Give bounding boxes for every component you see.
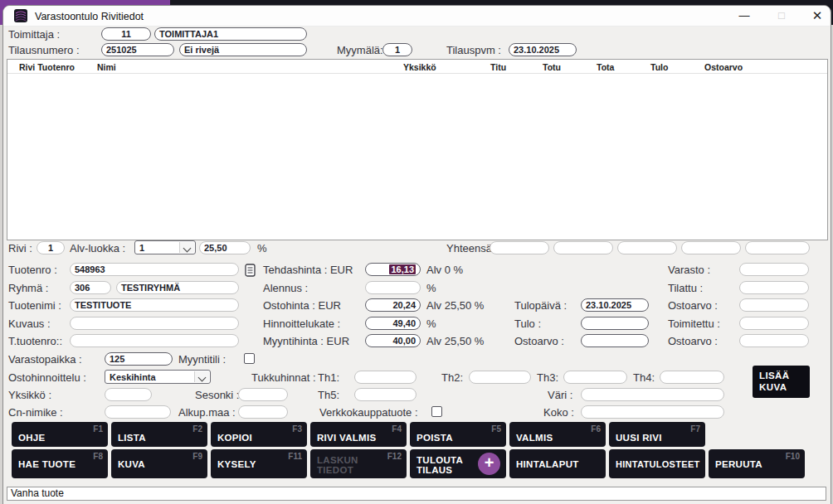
alv-luokka-label: Alv-luokka : bbox=[70, 241, 125, 255]
tilattu-label: Tilattu : bbox=[668, 281, 703, 295]
tulopaiva-field[interactable]: 23.10.2025 bbox=[581, 298, 649, 312]
th2-field[interactable] bbox=[469, 371, 531, 384]
varasto-field[interactable] bbox=[739, 263, 809, 276]
yhteensa-titu-field[interactable] bbox=[490, 241, 549, 254]
th1-label: Th1: bbox=[318, 371, 339, 385]
tilattu-field[interactable] bbox=[739, 281, 809, 294]
varastopaikka-field[interactable]: 125 bbox=[105, 352, 173, 366]
alv-luokka-select[interactable]: 1 bbox=[134, 240, 196, 254]
yksikko-field[interactable] bbox=[105, 388, 152, 401]
myyntihinta-field[interactable]: 40,00 bbox=[365, 334, 421, 347]
chevron-down-icon[interactable] bbox=[179, 242, 194, 253]
kuvaus-label: Kuvaus : bbox=[8, 317, 51, 331]
kuvaus-field[interactable] bbox=[70, 317, 239, 330]
rivi-valmis-button[interactable]: RIVI VALMISF4 bbox=[310, 422, 407, 447]
kopioi-button[interactable]: KOPIOIF3 bbox=[211, 422, 307, 447]
hinnoittelukate-field[interactable]: 49,40 bbox=[365, 317, 421, 330]
table-header-row: Rivi Tuotenro Nimi Yksikkö Titu Totu Tot… bbox=[7, 60, 827, 74]
poista-button[interactable]: POISTAF5 bbox=[410, 422, 506, 447]
yhteensa-tota-field[interactable] bbox=[617, 241, 677, 254]
sesonki-field[interactable] bbox=[238, 388, 288, 401]
hae-tuote-button[interactable]: HAE TUOTEF8 bbox=[12, 449, 108, 478]
tulopaiva-label: Tulopäivä : bbox=[514, 298, 567, 313]
minimize-icon[interactable]: — bbox=[730, 6, 758, 26]
lista-button[interactable]: LISTAF2 bbox=[111, 422, 207, 447]
document-icon[interactable] bbox=[245, 264, 256, 277]
ostoarvo-right1-field[interactable] bbox=[739, 298, 809, 312]
t-tuotenro-field[interactable] bbox=[70, 334, 239, 347]
tilausnumero-label: Tilausnumero : bbox=[8, 43, 80, 57]
valmis-button[interactable]: VALMISF6 bbox=[509, 422, 606, 447]
lisaa-kuva-line2: KUVA bbox=[759, 381, 810, 393]
maximize-icon[interactable]: □ bbox=[767, 6, 796, 26]
lisaa-kuva-button[interactable]: LISÄÄ KUVA bbox=[753, 366, 810, 398]
titlebar[interactable]: Varastoontulo Rivitiedot — □ ✕ bbox=[3, 6, 830, 27]
alv-pct-field[interactable]: 25,50 bbox=[199, 241, 251, 254]
tehdashinta-alv-label: Alv 0 % bbox=[426, 263, 463, 277]
tuotenro-field[interactable]: 548963 bbox=[70, 263, 239, 276]
tehdashinta-field[interactable]: 16,13 bbox=[365, 263, 421, 276]
tilaus-status-field[interactable]: Ei rivejä bbox=[179, 43, 307, 56]
alennus-label: Alennus : bbox=[263, 281, 308, 295]
toimitettu-field[interactable] bbox=[739, 317, 809, 330]
th5-field[interactable] bbox=[354, 388, 416, 401]
tulo-field[interactable] bbox=[581, 317, 649, 330]
alennus-field[interactable] bbox=[365, 281, 421, 294]
ostoarvo-mid-label: Ostoarvo : bbox=[514, 334, 564, 348]
peruuta-button[interactable]: PERUUTAF10 bbox=[709, 449, 805, 478]
tilausnumero-field[interactable]: 251025 bbox=[101, 43, 174, 56]
toimittaja-name-field[interactable]: TOIMITTAJA1 bbox=[154, 27, 307, 41]
varastopaikka-label: Varastopaikka : bbox=[8, 352, 82, 366]
ostohinta-field[interactable]: 20,24 bbox=[365, 298, 421, 312]
cn-nimike-field[interactable] bbox=[105, 405, 171, 419]
ohje-button[interactable]: OHJEF1 bbox=[12, 422, 108, 447]
th3-field[interactable] bbox=[563, 371, 627, 384]
myyntitili-label: Myyntitili : bbox=[178, 352, 226, 366]
ryhma-code-field[interactable]: 306 bbox=[70, 281, 111, 294]
yhteensa-totu-field[interactable] bbox=[553, 241, 613, 254]
myyntitili-checkbox[interactable] bbox=[244, 353, 255, 364]
close-icon[interactable]: ✕ bbox=[803, 6, 831, 26]
rivi-field[interactable]: 1 bbox=[37, 241, 65, 254]
tilauspvm-field[interactable]: 23.10.2025 bbox=[509, 43, 577, 56]
yhteensa-tulo-field[interactable] bbox=[681, 241, 741, 254]
yhteensa-ostoarvo-field[interactable] bbox=[745, 241, 810, 254]
myymala-field[interactable]: 1 bbox=[382, 43, 412, 56]
tilauspvm-label: Tilauspvm : bbox=[446, 43, 501, 57]
sesonki-label: Sesonki : bbox=[195, 388, 239, 402]
cn-nimike-label: Cn-nimike : bbox=[8, 405, 63, 419]
kuva-button[interactable]: KUVAF9 bbox=[111, 449, 207, 478]
ostoarvo-right2-label: Ostoarvo : bbox=[668, 334, 718, 348]
laskun-tiedot-button: LASKUN TIEDOTF12 bbox=[310, 449, 407, 478]
toimittaja-code-field[interactable]: 11 bbox=[101, 27, 151, 41]
tuotenimi-field[interactable]: TESTITUOTE bbox=[70, 298, 239, 312]
chevron-down-icon[interactable] bbox=[194, 371, 209, 382]
hintalaput-button[interactable]: HINTALAPUT bbox=[509, 449, 606, 478]
th1-field[interactable] bbox=[354, 371, 416, 384]
koko-field[interactable] bbox=[581, 405, 724, 419]
hintatulosteet-button[interactable]: HINTATULOSTEET bbox=[609, 449, 705, 478]
kysely-button[interactable]: KYSELYF11 bbox=[211, 449, 307, 478]
ryhma-name-field[interactable]: TESTIRYHMÄ bbox=[116, 281, 239, 294]
ostoarvo-mid-field[interactable] bbox=[581, 334, 649, 347]
varasto-label: Varasto : bbox=[668, 263, 710, 277]
tulouta-tilaus-button[interactable]: TULOUTA TILAUS + bbox=[410, 449, 506, 478]
toimitettu-label: Toimitettu : bbox=[668, 317, 720, 331]
ostohinnoittelu-select[interactable]: Keskihinta bbox=[105, 370, 211, 384]
verkkokauppatuote-checkbox[interactable] bbox=[431, 406, 442, 417]
lisaa-kuva-line1: LISÄÄ bbox=[759, 370, 810, 381]
vari-field[interactable] bbox=[581, 388, 724, 401]
ostoarvo-right2-field[interactable] bbox=[739, 334, 809, 347]
col-tulo: Tulo bbox=[650, 62, 668, 72]
tukkuhinnat-label: Tukkuhinnat : bbox=[251, 371, 316, 385]
status-bar: Vanha tuote bbox=[7, 487, 826, 501]
col-tota: Tota bbox=[597, 62, 614, 72]
alkup-maa-field[interactable] bbox=[238, 405, 288, 419]
th4-field[interactable] bbox=[660, 371, 724, 384]
col-rivi-tuotenro: Rivi Tuotenro bbox=[19, 62, 75, 72]
order-rows-table[interactable]: Rivi Tuotenro Nimi Yksikkö Titu Totu Tot… bbox=[7, 59, 828, 240]
selected-value: 16,13 bbox=[389, 264, 416, 274]
ostohinta-alv-label: Alv 25,50 % bbox=[426, 298, 484, 313]
tuotenro-label: Tuotenro : bbox=[8, 263, 57, 277]
uusi-rivi-button[interactable]: UUSI RIVIF7 bbox=[609, 422, 705, 447]
